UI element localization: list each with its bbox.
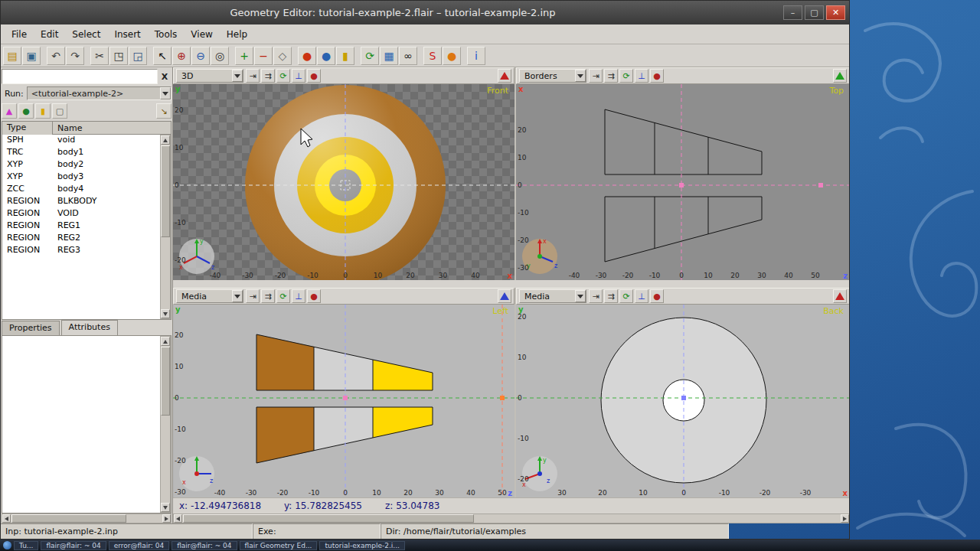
export-button[interactable]: S (423, 47, 442, 65)
table-row[interactable]: XYPbody3 (2, 171, 160, 184)
plane-handle[interactable] (500, 396, 505, 400)
cut-button[interactable]: ✂ (90, 47, 109, 65)
material-blue-button[interactable]: ● (317, 47, 335, 65)
menu-view[interactable]: View (184, 27, 219, 42)
taskbar-item[interactable]: flair Geometry Ed... (240, 541, 318, 550)
origin-handle[interactable] (679, 183, 684, 187)
viewport-hscrollbar[interactable] (173, 514, 850, 523)
scroll-thumb[interactable] (161, 347, 170, 416)
clear-filter-button[interactable]: X (158, 69, 172, 84)
taskbar-item[interactable]: flair@flair: ~ 04 (41, 541, 106, 550)
layer-select-media-back[interactable]: Media (519, 289, 586, 303)
scroll-thumb[interactable] (161, 145, 170, 237)
close-button[interactable]: ✕ (826, 5, 845, 20)
sphere-button[interactable]: ● (443, 47, 461, 65)
chevron-down-icon[interactable] (232, 70, 243, 82)
sidebar-hscrollbar[interactable] (2, 514, 172, 523)
executable-field[interactable]: Exe: (253, 523, 381, 540)
tab-attributes[interactable]: Attributes (61, 320, 118, 335)
tab-properties[interactable]: Properties (2, 321, 60, 335)
info-button[interactable]: i (467, 47, 485, 65)
column-type[interactable]: Type (2, 122, 53, 135)
insect-button[interactable]: ● (650, 289, 664, 303)
start-menu-icon[interactable] (3, 541, 11, 549)
material-tool-button[interactable]: ● (18, 103, 34, 119)
focus-button[interactable]: ⇥ (589, 289, 603, 303)
table-row[interactable]: ZCCbody4 (2, 184, 160, 196)
forward-button[interactable]: ⇉ (604, 69, 618, 83)
layer-select-3d[interactable]: 3D (176, 69, 243, 83)
maximize-viewport-button[interactable] (498, 289, 511, 303)
title-bar[interactable]: Geometry Editor: tutorial-example-2.flai… (0, 0, 850, 24)
scroll-right-icon[interactable] (162, 514, 171, 523)
taskbar-item[interactable]: tutorial-example-2.i... (319, 541, 404, 550)
scroll-left-icon[interactable] (2, 514, 11, 523)
viewport-splitter-horizontal[interactable] (173, 280, 850, 288)
taskbar-item[interactable]: Tu... (14, 541, 38, 550)
lock-button[interactable]: ▮ (336, 47, 354, 65)
focus-button[interactable]: ⇥ (246, 69, 260, 83)
chevron-down-icon[interactable] (232, 290, 243, 302)
zoom-out-button[interactable]: ⊖ (191, 47, 210, 65)
lock-tool-button[interactable]: ▮ (35, 103, 51, 119)
remove-button[interactable]: − (254, 47, 273, 65)
rotate-button[interactable]: ◇ (273, 47, 292, 65)
center-button[interactable]: ◎ (211, 47, 229, 65)
scroll-up-icon[interactable] (161, 337, 170, 346)
orientation-gizmo[interactable]: y x z (522, 456, 557, 491)
stereo-button[interactable]: ∞ (399, 47, 417, 65)
add-button[interactable]: + (235, 47, 253, 65)
table-row[interactable]: REGIONVOID (2, 208, 160, 220)
scroll-left-icon[interactable] (174, 514, 182, 523)
menu-tools[interactable]: Tools (148, 27, 185, 42)
table-row[interactable]: REGIONREG3 (2, 245, 160, 257)
orientation-gizmo[interactable]: y x z (179, 238, 214, 274)
table-row[interactable]: SPHvoid (2, 135, 160, 147)
table-scrollbar[interactable] (160, 135, 171, 319)
insect-button[interactable]: ● (650, 69, 664, 83)
scroll-down-icon[interactable] (161, 503, 170, 512)
forward-button[interactable]: ⇉ (604, 289, 618, 303)
forward-button[interactable]: ⇉ (261, 69, 275, 83)
forward-button[interactable]: ⇉ (261, 289, 275, 303)
layer-select-borders[interactable]: Borders (519, 69, 586, 83)
origin-handle[interactable] (681, 396, 686, 400)
input-file-field[interactable]: Inp: tutorial-example-2.inp (0, 523, 253, 540)
copy-button[interactable]: ◳ (109, 47, 128, 65)
reload-button[interactable]: ⟳ (619, 289, 633, 303)
column-name[interactable]: Name (53, 123, 171, 133)
orientation-gizmo[interactable]: x z y (522, 238, 557, 274)
paste-button[interactable]: ◲ (129, 47, 147, 65)
axes-button[interactable]: ⊥ (635, 69, 648, 83)
minimize-button[interactable]: – (783, 5, 802, 20)
scroll-right-icon[interactable] (841, 514, 849, 523)
taskbar-item[interactable]: error@flair: 04 (109, 541, 169, 550)
undo-button[interactable]: ↶ (47, 47, 65, 65)
scroll-up-icon[interactable] (161, 135, 170, 145)
table-row[interactable]: TRCbody1 (2, 147, 160, 159)
refresh-button[interactable]: ⟳ (361, 47, 379, 65)
axes-button[interactable]: ⊥ (292, 69, 305, 83)
save-button[interactable]: ▣ (22, 47, 41, 65)
material-red-button[interactable]: ● (298, 47, 316, 65)
viewport-borders-canvas[interactable]: x z y Top x z -40-30-20-1001020304050201… (516, 84, 850, 280)
table-row[interactable]: XYPbody2 (2, 159, 160, 171)
scroll-thumb[interactable] (183, 514, 474, 523)
menu-help[interactable]: Help (220, 27, 254, 42)
zoom-in-button[interactable]: ⊕ (172, 47, 191, 65)
reload-button[interactable]: ⟳ (276, 289, 290, 303)
chevron-down-icon[interactable] (160, 87, 171, 99)
open-button[interactable]: ▤ (3, 47, 21, 65)
redo-button[interactable]: ↷ (66, 47, 84, 65)
maximize-viewport-button[interactable] (498, 69, 511, 83)
zone-tool-button[interactable]: ▲ (2, 103, 17, 119)
scroll-down-icon[interactable] (161, 309, 170, 318)
taskbar-item[interactable]: flair@flair: ~ 04 (172, 541, 237, 550)
axis-handle[interactable] (818, 183, 823, 187)
table-row[interactable]: REGIONREG1 (2, 220, 160, 233)
insect-button[interactable]: ● (307, 289, 321, 303)
chevron-down-icon[interactable] (575, 290, 586, 302)
chevron-down-icon[interactable] (575, 70, 586, 82)
axes-button[interactable]: ⊥ (635, 289, 648, 303)
select-button[interactable]: ↖ (153, 47, 172, 65)
